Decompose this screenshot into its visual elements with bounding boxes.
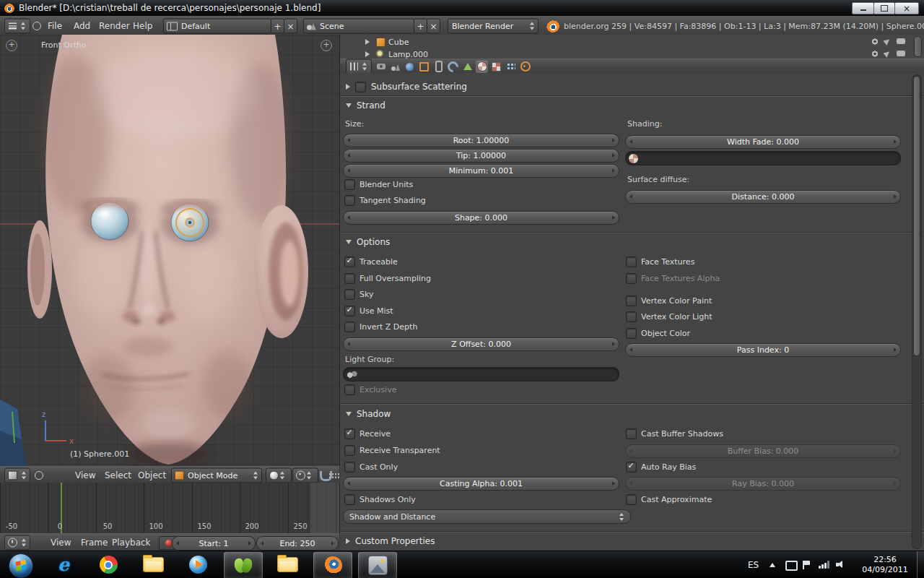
checkbox-invert-z-depth[interactable]: Invert Z Depth: [344, 322, 417, 332]
slider-width-fade[interactable]: Width Fade: 0.000: [625, 135, 901, 149]
end-frame-field[interactable]: End: 250: [256, 536, 339, 551]
checkbox-vertex-color-light[interactable]: Vertex Color Light: [626, 311, 712, 322]
object-name[interactable]: Cube: [388, 38, 409, 47]
taskbar-chrome[interactable]: [90, 552, 127, 577]
checkbox-box-icon[interactable]: [344, 494, 355, 505]
checkbox-face-textures-alpha[interactable]: Face Textures Alpha: [626, 273, 720, 283]
slider-casting-alpha[interactable]: Casting Alpha: 0.001: [343, 477, 619, 491]
selectability-arrow-icon[interactable]: [884, 51, 892, 57]
screen-layout-selector[interactable]: Default: [163, 19, 271, 34]
checkbox-box-icon[interactable]: [626, 494, 637, 505]
checkbox-box-icon[interactable]: [344, 289, 355, 300]
menu-object[interactable]: Object: [138, 470, 166, 480]
scrollbar-thumb[interactable]: [913, 76, 920, 356]
renderability-camera-icon[interactable]: [897, 51, 905, 56]
properties-shelf-expand-icon[interactable]: [321, 40, 332, 51]
language-indicator[interactable]: ES: [748, 560, 759, 570]
menu-frame[interactable]: Frame: [81, 538, 108, 548]
layers-grid-icon[interactable]: [328, 473, 340, 479]
editor-type-button[interactable]: [346, 59, 372, 74]
menu-help[interactable]: Help: [133, 21, 152, 31]
checkbox-box-icon[interactable]: [355, 82, 366, 92]
checkbox-box-icon[interactable]: [626, 428, 637, 439]
close-button[interactable]: ×: [894, 2, 919, 14]
slider-minimum[interactable]: Minimum: 0.001: [343, 164, 619, 178]
checkbox-full-oversampling[interactable]: Full Oversampling: [344, 273, 431, 283]
checkbox-box-icon[interactable]: [344, 445, 355, 456]
menu-add[interactable]: Add: [74, 21, 90, 31]
start-frame-field[interactable]: Start: 1: [172, 536, 256, 551]
start-button[interactable]: [9, 553, 33, 578]
checkbox-box-icon[interactable]: [344, 179, 355, 190]
sss-enable-checkbox[interactable]: [355, 82, 366, 92]
checkbox-receive[interactable]: Receive: [344, 428, 391, 439]
pivot-point-selector[interactable]: [292, 467, 318, 483]
taskbar-explorer[interactable]: [134, 552, 172, 577]
checkbox-box-icon[interactable]: [626, 273, 637, 284]
checkbox-traceable[interactable]: Traceable: [344, 256, 398, 267]
tab-texture[interactable]: [490, 61, 502, 73]
checkbox-cast-approximate[interactable]: Cast Approximate: [626, 494, 712, 504]
slider-ray-bias[interactable]: Ray Bias: 0.000: [625, 477, 901, 491]
menu-playback[interactable]: Playback: [112, 538, 151, 548]
properties-scrollbar[interactable]: [912, 74, 922, 549]
checkbox-object-color[interactable]: Object Color: [626, 328, 690, 338]
checkbox-box-icon[interactable]: [344, 322, 355, 332]
panel-shadow[interactable]: Shadow: [340, 408, 924, 420]
tray-expand-icon[interactable]: [770, 563, 775, 567]
checkbox-box-icon[interactable]: [344, 462, 355, 473]
panel-options[interactable]: Options: [340, 236, 924, 248]
editor-type-button[interactable]: [4, 535, 30, 551]
tab-scene[interactable]: [389, 61, 401, 73]
checkbox-box-icon[interactable]: [344, 384, 355, 395]
clock[interactable]: 22:56 04/09/2011: [858, 555, 912, 575]
selectability-arrow-icon[interactable]: [884, 38, 892, 45]
editor-type-button[interactable]: [4, 19, 30, 34]
collapse-menus-icon[interactable]: [35, 471, 43, 480]
shadow-method-dropdown[interactable]: Shadow and Distance: [343, 509, 631, 524]
menu-render[interactable]: Render: [99, 21, 130, 31]
taskbar-image-editor[interactable]: [358, 552, 397, 578]
panel-subsurface-scattering[interactable]: Subsurface Scattering: [340, 81, 924, 92]
renderability-camera-icon[interactable]: [897, 38, 905, 44]
tab-modifiers[interactable]: [447, 61, 459, 73]
volume-speaker-icon[interactable]: [836, 561, 845, 569]
collapse-menus-icon[interactable]: [32, 22, 41, 30]
checkbox-vertex-color-paint[interactable]: Vertex Color Paint: [626, 296, 712, 306]
checkbox-use-mist[interactable]: Use Mist: [344, 306, 393, 316]
menu-file[interactable]: File: [48, 21, 62, 31]
checkbox-box-icon[interactable]: [626, 328, 637, 339]
menu-view[interactable]: View: [51, 538, 71, 548]
panel-custom-properties[interactable]: Custom Properties: [340, 535, 924, 547]
3d-viewport[interactable]: x z Front Ortho (1) Sphere.001: [0, 35, 340, 466]
timeline-ruler[interactable]: -50 0 50 100 150 200 250: [0, 483, 340, 533]
checkbox-box-icon[interactable]: [626, 256, 637, 267]
tab-object[interactable]: [418, 61, 430, 73]
properties-editor[interactable]: Subsurface Scattering Strand Size: Root:…: [340, 73, 924, 551]
delete-scene-button[interactable]: [427, 19, 440, 34]
viewport-shading-selector[interactable]: [266, 467, 292, 483]
checkbox-tangent-shading[interactable]: Tangent Shading: [344, 195, 426, 205]
display-tray-icon[interactable]: [785, 561, 798, 571]
slider-pass-index[interactable]: Pass Index: 0: [625, 343, 901, 357]
show-desktop-button[interactable]: [917, 551, 924, 578]
minimize-button[interactable]: [852, 2, 874, 14]
slider-z-offset[interactable]: Z Offset: 0.000: [343, 337, 619, 351]
maximize-button[interactable]: [873, 2, 895, 14]
checkbox-cast-only[interactable]: Cast Only: [344, 462, 398, 472]
slider-buffer-bias[interactable]: Buffer Bias: 0.000: [625, 444, 901, 458]
strand-uv-texture-field[interactable]: [625, 151, 901, 165]
network-signal-icon[interactable]: [819, 561, 829, 569]
visibility-eye-icon[interactable]: [871, 51, 879, 57]
slider-distance[interactable]: Distance: 0.000: [625, 190, 901, 204]
slider-root[interactable]: Root: 1.00000: [343, 134, 619, 147]
slider-tip[interactable]: Tip: 1.00000: [343, 149, 619, 163]
taskbar-documents-folder[interactable]: [269, 552, 306, 577]
checkbox-box-icon[interactable]: [344, 256, 355, 267]
checkbox-cast-buffer-shadows[interactable]: Cast Buffer Shadows: [626, 428, 723, 439]
outliner-scrollbar[interactable]: [914, 36, 922, 57]
tab-world[interactable]: [404, 61, 416, 73]
panel-strand[interactable]: Strand: [340, 100, 924, 111]
visibility-eye-icon[interactable]: [871, 38, 879, 45]
checkbox-box-icon[interactable]: [626, 462, 637, 473]
